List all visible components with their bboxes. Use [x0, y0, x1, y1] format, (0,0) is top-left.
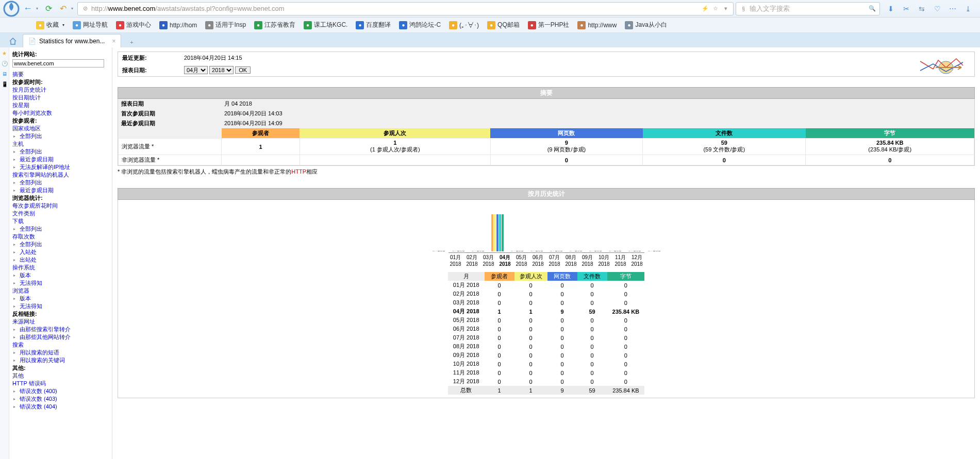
undo-dropdown-icon[interactable]: ▾ [71, 6, 73, 11]
bookmark-item[interactable]: ●第一PHP社 [528, 21, 570, 29]
sidebar-link[interactable]: 按月历史统计 [12, 86, 109, 94]
sidebar-link[interactable]: 由那些搜索引擎转介 [12, 326, 109, 333]
more-icon[interactable]: ⋯ [948, 4, 957, 13]
sidebar-link[interactable]: 最近参观日期 [12, 156, 109, 163]
sidebar-link[interactable]: 出站处 [12, 256, 109, 264]
bookmark-item[interactable]: ●收藏▾ [36, 21, 64, 29]
star-icon[interactable]: ☆ [711, 5, 720, 13]
chart-bar [609, 251, 611, 251]
sidebar-link[interactable]: 其他 [12, 372, 109, 380]
month-select[interactable]: 04月 [184, 66, 208, 74]
sidebar-link[interactable]: 搜索 [12, 341, 109, 349]
bookmark-item[interactable]: ●QQ邮箱 [487, 21, 520, 29]
url-bar[interactable]: ⊘ http://www.benet.com/awstats/awstats.p… [77, 2, 734, 15]
undo-button[interactable]: ↶ [57, 3, 69, 15]
search-engine-icon[interactable]: § [739, 5, 748, 13]
chart-month-column [589, 212, 602, 251]
save-page-icon[interactable]: ⬇ [886, 4, 895, 13]
bookmark-item[interactable]: ●(｡･∀･) [449, 21, 479, 29]
sidebar-link[interactable]: 文件类别 [12, 210, 109, 217]
sidebar-link[interactable]: 全部列出 [12, 225, 109, 233]
chart-bar [631, 251, 633, 251]
year-select[interactable]: 2018 [209, 66, 234, 74]
bookmark-item[interactable]: ●鸿鹄论坛-C [399, 21, 441, 29]
chart-month-column [491, 212, 504, 251]
sidebar-link[interactable]: 错误次数 (403) [12, 395, 109, 403]
sidebar-link[interactable]: 版本 [12, 295, 109, 302]
sidebar-link[interactable]: 操作系统 [12, 264, 109, 271]
bookmark-item[interactable]: ●江苏省教育 [254, 21, 295, 29]
back-dropdown-icon[interactable]: ▾ [36, 6, 38, 11]
sidebar-link[interactable]: 每次参观所花时间 [12, 202, 109, 210]
bookmark-item[interactable]: ●游戏中心 [116, 21, 151, 29]
security-shield-icon[interactable]: ♡ [933, 4, 942, 13]
sidebar-link[interactable]: 版本 [12, 271, 109, 279]
download-icon[interactable]: ⤓ [964, 4, 973, 13]
bookmark-item[interactable]: ●课工场KGC. [304, 21, 347, 29]
sidebar-link[interactable]: 无法反解译的IP地址 [12, 163, 109, 171]
search-bar[interactable]: § 输入文字搜索 🔍 [736, 2, 880, 15]
sidebar-link[interactable]: 搜索引擎网站的机器人 [12, 171, 109, 179]
lightning-icon[interactable]: ⚡ [701, 5, 709, 13]
scissors-icon[interactable]: ✂ [902, 4, 911, 13]
bookmark-icon: ● [254, 21, 262, 29]
browser-toolbar: ← ▾ ⟳ ↶ ▾ ⊘ http://www.benet.com/awstats… [0, 0, 980, 18]
sidebar-link[interactable]: 错误次数 (404) [12, 403, 109, 411]
bookmark-item[interactable]: ●http://www [577, 21, 617, 29]
tab-close-icon[interactable]: × [112, 38, 115, 45]
sidebar-link[interactable]: 最近参观日期 [12, 186, 109, 194]
bookmark-item[interactable]: ●百度翻译 [356, 21, 391, 29]
sidebar-link[interactable]: 入站处 [12, 248, 109, 256]
nav-summary[interactable]: 摘要 [12, 71, 109, 78]
sidebar-link[interactable]: 全部列出 [12, 241, 109, 248]
bookmark-item[interactable]: ●Java从小白 [625, 21, 667, 29]
sidebar-link[interactable]: 下载 [12, 217, 109, 225]
history-row: 12月 201800000 [448, 377, 644, 386]
sidebar-link[interactable]: 由那些其他网站转介 [12, 333, 109, 341]
sidebar-link[interactable]: 按星期 [12, 101, 109, 109]
bookmark-item[interactable]: ●http://hom [159, 21, 197, 29]
sidebar-link[interactable]: 浏览器 [12, 287, 109, 295]
ok-button[interactable]: OK [235, 66, 251, 74]
summary-meta-row: 报表日期月 04 2018 [118, 99, 974, 109]
sidebar-link[interactable]: 用以搜索的关键词 [12, 356, 109, 364]
rail-monitor-icon[interactable]: 🖥 [1, 70, 8, 77]
sidebar-link[interactable]: 无法得知 [12, 302, 109, 310]
chart-bar [519, 251, 521, 251]
sidebar-link[interactable]: 用以搜索的短语 [12, 349, 109, 356]
rail-phone-icon[interactable]: 📱 [1, 80, 8, 88]
chart-month-column [433, 212, 445, 251]
bookmark-item[interactable]: ●网址导航 [73, 21, 108, 29]
rail-star-icon[interactable]: ★ [1, 49, 8, 57]
new-tab-button[interactable]: + [125, 37, 138, 47]
rail-clock-icon[interactable]: 🕐 [1, 60, 8, 67]
history-title: 按月历史统计 [118, 188, 975, 200]
history-row: 03月 201800000 [448, 298, 644, 307]
refresh-button[interactable]: ⟳ [42, 3, 55, 15]
stats-site-input[interactable] [12, 59, 104, 67]
active-tab[interactable]: 📄 Statistics for www.ben... × [23, 34, 121, 47]
sidebar-link[interactable]: 国家或地区 [12, 125, 109, 132]
sidebar-link[interactable]: 全部列出 [12, 148, 109, 156]
sidebar-link[interactable]: 存取次数 [12, 233, 109, 241]
dropdown-icon[interactable]: ▾ [722, 5, 730, 13]
sidebar-link[interactable]: 主机 [12, 140, 109, 148]
sidebar-link[interactable]: 来源网址 [12, 318, 109, 326]
sidebar-link[interactable]: 错误次数 (400) [12, 387, 109, 395]
sidebar-link[interactable]: 全部列出 [12, 132, 109, 140]
bookmark-icon: ● [116, 21, 124, 29]
swap-icon[interactable]: ⇆ [917, 4, 926, 13]
sidebar-link[interactable]: 按日期统计 [12, 94, 109, 101]
summary-title: 摘要 [118, 87, 975, 99]
chart-bar [611, 251, 613, 251]
sidebar-link[interactable]: 全部列出 [12, 179, 109, 186]
home-tab-icon[interactable] [5, 35, 21, 47]
search-icon[interactable]: 🔍 [868, 5, 876, 13]
sidebar-link[interactable]: 每小时浏览次数 [12, 109, 109, 117]
url-input[interactable]: http://www.benet.com/awstats/awstats.pl?… [91, 5, 699, 12]
bookmark-item[interactable]: ●适用于Insp [205, 21, 246, 29]
sidebar-link[interactable]: 无法得知 [12, 279, 109, 287]
chart-bar [530, 251, 533, 251]
back-button[interactable]: ← [22, 3, 34, 15]
sidebar-link[interactable]: HTTP 错误码 [12, 380, 109, 387]
